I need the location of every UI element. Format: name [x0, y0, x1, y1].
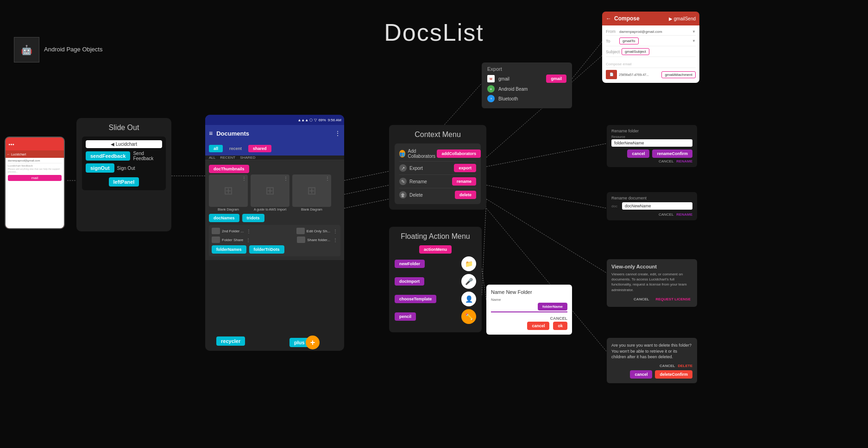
- tridots-tag[interactable]: tridots: [242, 214, 264, 222]
- doc-new-name-field[interactable]: docNewName: [622, 202, 692, 210]
- delete-label: Delete: [409, 193, 423, 198]
- add-collaborators-tag[interactable]: addCollaborators: [437, 149, 481, 158]
- gmail-tag[interactable]: gmail: [546, 75, 566, 83]
- doc2-thumb[interactable]: ⊞ ⋮: [251, 174, 289, 207]
- send-feedback-tag[interactable]: sendFeedback: [86, 151, 130, 161]
- rename-folder-rename-label[interactable]: RENAME: [676, 159, 692, 163]
- rename-folder-cancel-tag[interactable]: cancel: [627, 149, 649, 158]
- folder-names-tag[interactable]: folderNames: [212, 245, 246, 254]
- doc1-menu[interactable]: ⋮: [242, 176, 246, 181]
- tab-shared-lower: SHARED: [240, 156, 255, 160]
- plus-fab-button[interactable]: +: [306, 336, 320, 349]
- action-menu-tag[interactable]: actionMenu: [419, 245, 452, 254]
- folder2-item: Edit Only Sh... ⋮: [296, 228, 338, 234]
- bluetooth-icon: ᛭: [487, 95, 495, 102]
- view-only-text: Viewers cannot create, edit, or comment …: [611, 272, 692, 292]
- doc3-label: Blank Diagram: [301, 208, 322, 211]
- lucid-back-button[interactable]: ◀ Lucidchart: [86, 140, 162, 148]
- delete-tag[interactable]: delete: [455, 191, 476, 199]
- new-folder-cancel-tag[interactable]: cancel: [527, 322, 549, 330]
- folder4-menu[interactable]: ⋮: [333, 237, 338, 243]
- bluetooth-label: Bluetooth: [498, 96, 518, 101]
- export-card: Export M gmail gmail ● Android Beam ᛭ Bl…: [482, 62, 572, 108]
- doc3-thumb[interactable]: ⊞ ⋮: [292, 174, 331, 207]
- delete-item[interactable]: 🗑 Delete delete: [399, 188, 476, 201]
- gmail-attachment-tag[interactable]: gmailAttachment: [661, 71, 696, 78]
- delete-delete-label[interactable]: DELETE: [678, 364, 692, 368]
- view-only-title: View-only Account: [611, 264, 692, 269]
- context-menu-title: Context Menu: [395, 131, 481, 139]
- logo-text: Android Page Objects: [44, 45, 102, 54]
- folder-tri-dots-tag[interactable]: folderTriDots: [249, 245, 284, 254]
- folder1-menu[interactable]: ⋮: [246, 229, 251, 234]
- subject-label: Subject: [606, 50, 620, 54]
- docs-tabs: all recent shared: [205, 142, 344, 156]
- recycler-tag[interactable]: recycler: [216, 336, 245, 346]
- android-beam-item[interactable]: ● Android Beam: [487, 85, 566, 93]
- folder-name-input[interactable]: [491, 304, 535, 310]
- bluetooth-item[interactable]: ᛭ Bluetooth: [487, 95, 566, 102]
- doc-import-fab-button[interactable]: 🎤: [461, 274, 476, 289]
- folder3-item: Folder Share ⋮: [212, 236, 251, 243]
- export-item[interactable]: ↗ Export export: [399, 162, 476, 175]
- delete-cancel-tag[interactable]: cancel: [630, 370, 652, 379]
- new-folder-action-btns: cancel ok: [491, 322, 567, 330]
- from-dropdown-icon[interactable]: ▼: [692, 30, 696, 34]
- rename-item[interactable]: ✎ Rename rename: [399, 175, 476, 188]
- rename-tag[interactable]: rename: [452, 177, 476, 186]
- left-panel-tag[interactable]: leftPanel: [109, 177, 139, 187]
- folder2-menu[interactable]: ⋮: [333, 229, 338, 234]
- tab-shared[interactable]: shared: [248, 145, 271, 152]
- phone-header: ●●●: [6, 137, 64, 150]
- folder3-menu[interactable]: ⋮: [246, 237, 251, 243]
- new-folder-ok-tag[interactable]: ok: [553, 322, 567, 330]
- svg-line-10: [482, 268, 486, 301]
- view-only-request-label[interactable]: REQUEST LICENSE: [654, 296, 692, 302]
- delete-cancel-label[interactable]: CANCEL: [660, 364, 675, 368]
- choose-template-fab-button[interactable]: 👤: [461, 292, 476, 306]
- new-folder-tag[interactable]: newFolder: [395, 260, 425, 268]
- delete-confirm-tag[interactable]: deleteConfirm: [655, 370, 692, 379]
- pencil-tag[interactable]: pencil: [395, 312, 416, 321]
- folder-new-name-field[interactable]: folderNewName: [611, 139, 692, 147]
- gmail-subject-tag[interactable]: gmailSubject: [622, 48, 649, 55]
- folder4-label: Share folder...: [307, 238, 330, 242]
- pencil-fab-button[interactable]: ✏️: [461, 309, 476, 324]
- choose-template-tag[interactable]: chooseTemplate: [395, 295, 436, 303]
- folder-name-tag[interactable]: folderName: [538, 303, 567, 311]
- gmail-item[interactable]: M gmail gmail: [487, 75, 566, 83]
- doc-thumbnails-row: ⊞ ⋮ Blank Diagram ⊞ ⋮ A guide to AWS Imp…: [209, 174, 340, 211]
- search-icon[interactable]: ⋮: [335, 130, 340, 137]
- add-collab-icon: 👥: [399, 150, 405, 157]
- add-collaborators-item[interactable]: 👥 Add Collaborators addCollaborators: [399, 146, 476, 162]
- view-only-cancel-label[interactable]: CANCEL: [632, 296, 651, 302]
- doc-thumbnails-tag[interactable]: docThumbnails: [209, 165, 249, 173]
- folder2-label: Edit Only Sh...: [307, 229, 330, 233]
- to-dropdown-icon[interactable]: ▼: [692, 39, 696, 43]
- doc2-label: A guide to AWS Import: [254, 208, 286, 211]
- sign-out-tag[interactable]: signOut: [86, 163, 114, 173]
- tab-all[interactable]: all: [209, 145, 223, 152]
- export-tag[interactable]: export: [454, 164, 476, 172]
- new-folder-cancel-label[interactable]: CANCEL: [550, 316, 568, 321]
- doc-names-tag[interactable]: docNames: [209, 214, 239, 222]
- rename-doc-rename-label[interactable]: RENAME: [676, 212, 692, 217]
- doc3-menu[interactable]: ⋮: [325, 176, 330, 181]
- compose-send-tag[interactable]: ▶ gmailSend: [669, 16, 696, 21]
- mail-button[interactable]: mail: [8, 175, 62, 181]
- recycler-area: recycler: [216, 336, 245, 346]
- rename-folder-cancel-label[interactable]: CANCEL: [659, 159, 673, 163]
- export-left: ↗ Export: [399, 164, 423, 172]
- doc-import-tag[interactable]: docImport: [395, 277, 424, 286]
- android-beam-label: Android Beam: [498, 87, 528, 92]
- doc1-thumb[interactable]: ⊞ ⋮: [209, 174, 248, 207]
- hamburger-icon[interactable]: ≡: [209, 130, 213, 137]
- tab-recent[interactable]: recent: [225, 145, 246, 152]
- logo-area: 🤖 Android Page Objects: [14, 37, 102, 62]
- rename-doc-cancel-label[interactable]: CANCEL: [659, 212, 673, 217]
- doc2-menu[interactable]: ⋮: [283, 176, 288, 181]
- rename-folder-confirm-tag[interactable]: renameConfirm: [652, 149, 692, 158]
- compose-back-icon[interactable]: ←: [606, 15, 611, 22]
- new-folder-fab-button[interactable]: 📁: [461, 256, 476, 271]
- gmail-to-tag[interactable]: gmailTo: [619, 37, 639, 44]
